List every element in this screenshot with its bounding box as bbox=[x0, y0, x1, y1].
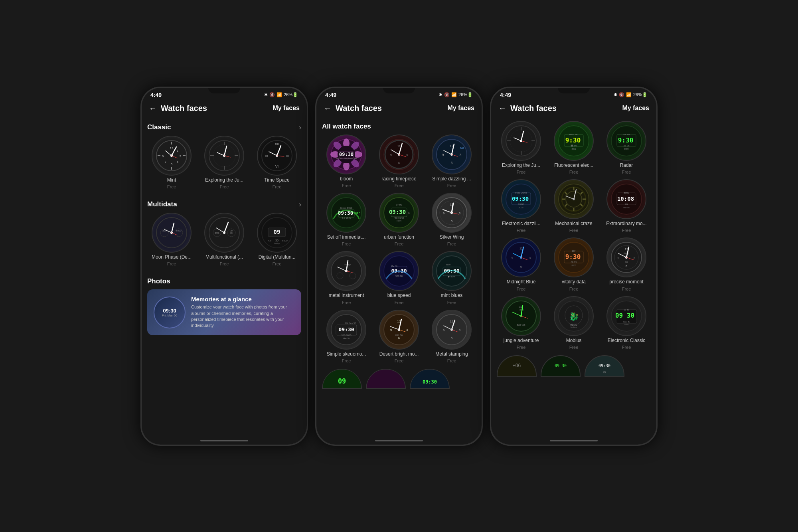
back-button-1[interactable]: ← bbox=[149, 104, 157, 113]
watch-face-simple-dazzle: 12 3 6 9 PAR bbox=[432, 134, 472, 174]
svg-text:FRI 06: FRI 06 bbox=[395, 334, 403, 336]
watch-item-desert[interactable]: 12 3 6 9 FRI 06 Desert bright mo... Free bbox=[375, 310, 423, 363]
svg-text:Steps 8000: Steps 8000 bbox=[340, 207, 353, 209]
svg-text:8000: 8000 bbox=[571, 148, 576, 150]
svg-text:8000: 8000 bbox=[624, 148, 628, 150]
watch-item-exploring-ju[interactable]: Exploring the Ju... Free bbox=[497, 121, 545, 174]
screen-content-1: Classic › bbox=[142, 118, 307, 437]
watch-item-digital[interactable]: 09 30 Friday AM 8000 Digital (Multifun..… bbox=[253, 213, 301, 266]
watch-item-mint[interactable]: 12 3 6 9 1 5 7 Mint Free bbox=[147, 136, 196, 189]
watch-item-multifunc[interactable]: 8000 30 89 Multifunctional (... Free bbox=[200, 213, 249, 266]
watch-item-urban[interactable]: 07:00 09:30 AM FRI 03/06 03/06 urban fun… bbox=[375, 193, 423, 246]
watch-label-urban: urban function bbox=[384, 234, 414, 240]
watch-item-setoff[interactable]: Steps 8000 09:30 SEC 5.0 25% Set off imm… bbox=[322, 193, 371, 246]
watch-sublabel-simple-dazzle: Free bbox=[447, 183, 456, 188]
watch-face-digital: 09 30 Friday AM 8000 bbox=[257, 213, 297, 253]
svg-text:12: 12 bbox=[397, 145, 401, 148]
svg-text:36  38: 36 38 bbox=[623, 144, 630, 147]
partial-phone3-3: 09:30 89 bbox=[585, 355, 624, 377]
svg-text:9: 9 bbox=[390, 154, 392, 156]
watch-item-exploring[interactable]: Exploring the Ju... Free bbox=[200, 136, 249, 189]
classic-title: Classic bbox=[147, 123, 171, 131]
svg-text:09:30: 09:30 bbox=[598, 364, 610, 368]
watch-sublabel-elec-classic: Free bbox=[622, 345, 631, 350]
header-title-3: Watch faces bbox=[510, 104, 557, 113]
watch-label-simple-dazzle: Simple dazzling ... bbox=[432, 176, 471, 182]
watch-sublabel-metal: Free bbox=[342, 300, 351, 305]
svg-text:5000  89: 5000 89 bbox=[623, 320, 630, 323]
watch-item-blue-speed[interactable]: Mar 06 09:30 300 80 blue speed Free bbox=[375, 251, 423, 305]
multidata-arrow[interactable]: › bbox=[299, 200, 301, 209]
my-faces-button-3[interactable]: My faces bbox=[622, 105, 649, 112]
svg-text:Mar30: Mar30 bbox=[349, 322, 356, 324]
back-button-3[interactable]: ← bbox=[498, 104, 506, 113]
svg-text:89  35: 89 35 bbox=[571, 261, 577, 263]
watch-item-silver[interactable]: 12 3 6 9 Silver Wing Free bbox=[427, 193, 476, 246]
watch-item-vitality[interactable]: 20° 9:30 89 35 8000 vitality data Free bbox=[549, 237, 598, 291]
svg-text:9: 9 bbox=[443, 212, 445, 215]
photos-section-header: Photos bbox=[147, 272, 301, 289]
app-header-3: ← Watch faces My faces bbox=[491, 100, 656, 118]
watch-item-bloom[interactable]: 09:30 WE 8 · FRI,MAR 06 bloom Free bbox=[322, 134, 371, 188]
watch-sublabel-exploring: Free bbox=[220, 184, 229, 189]
watch-label-exploring: Exploring the Ju... bbox=[205, 177, 243, 183]
watch-item-elec-dazzle[interactable]: 09:30 80% C9/06 03/06 8000 Electronic da… bbox=[497, 179, 545, 233]
watch-item-mobius[interactable]: 🐉 09:30 Mobius Mobius Free bbox=[549, 296, 598, 350]
watch-item-racing[interactable]: 12 3 6 9 racing timepiece Free bbox=[375, 134, 423, 188]
watch-item-jungle[interactable]: FRI 03/06 8000 +06 jungle adventure Free bbox=[497, 296, 545, 350]
svg-text:8000: 8000 bbox=[519, 206, 523, 209]
banner-text: Memories at a glance Customize your watc… bbox=[191, 296, 295, 329]
watch-item-simple-dazzle[interactable]: 12 3 6 9 PAR Simple dazzling ... Free bbox=[427, 134, 476, 188]
watch-label-precise: precise moment bbox=[609, 279, 643, 285]
svg-text:+06: +06 bbox=[513, 363, 521, 368]
watch-sublabel-simple-skeu: Free bbox=[342, 358, 351, 363]
watch-face-elec-dazzle: 09:30 80% C9/06 03/06 8000 bbox=[501, 179, 541, 219]
svg-text:1: 1 bbox=[177, 149, 178, 152]
partial-phone3-2: 09 30 bbox=[541, 355, 581, 377]
svg-text:09:30: 09:30 bbox=[389, 209, 406, 215]
my-faces-button-1[interactable]: My faces bbox=[273, 105, 300, 112]
watch-item-extraordinary[interactable]: 10:08 8000 89 Mar 06 Extraordinary mo...… bbox=[602, 179, 651, 233]
watch-item-simple-skeu[interactable]: 09 Mar30 09:30 300 8000 Mar 30 Simple sk… bbox=[322, 310, 371, 363]
watch-label-desert: Desert bright mo... bbox=[379, 351, 419, 357]
svg-text:WE 8 · FRI,MAR 06: WE 8 · FRI,MAR 06 bbox=[336, 157, 357, 160]
svg-text:3: 3 bbox=[459, 328, 461, 332]
back-button-2[interactable]: ← bbox=[324, 104, 332, 113]
watch-item-mech-craze[interactable]: Mechanical craze Free bbox=[549, 179, 598, 233]
watch-item-mint-blues[interactable]: 09:30 ▶ 80% 8000 mint blues Free bbox=[427, 251, 476, 305]
svg-text:Mobius: Mobius bbox=[571, 326, 577, 328]
watch-item-metal-stamp[interactable]: 12 3 6 9 Metal stamping Free bbox=[427, 310, 476, 363]
svg-text:300  80: 300 80 bbox=[395, 275, 403, 277]
watch-sublabel-exploring-ju: Free bbox=[517, 170, 526, 174]
classic-arrow[interactable]: › bbox=[299, 123, 301, 132]
watch-face-radar: 9:30 20° 09 36 38 8000 bbox=[606, 121, 646, 161]
watch-item-midnight[interactable]: 12 3 6 9 Midnight Blue Free bbox=[497, 237, 545, 291]
watch-item-radar[interactable]: 9:30 20° 09 36 38 8000 Radar Free bbox=[602, 121, 651, 174]
svg-text:09: 09 bbox=[345, 322, 348, 324]
app-header-1: ← Watch faces My faces bbox=[142, 100, 307, 118]
svg-text:VI: VI bbox=[275, 164, 279, 168]
watch-item-fluorescent[interactable]: 60% 26° 9:30 ☎ 89 8000 Fluorescent elec.… bbox=[549, 121, 598, 174]
watch-item-precise[interactable]: 12 3 6 9 20 8000 precise moment Free bbox=[602, 237, 651, 291]
svg-text:9:30: 9:30 bbox=[565, 136, 581, 144]
watch-label-fluorescent: Fluorescent elec... bbox=[554, 162, 593, 168]
watch-item-moon[interactable]: 300 8000 Moon Phase (De... Free bbox=[147, 213, 196, 266]
phone-1: 4:49 ✱🔇📶26%🔋 ← Watch faces My faces Clas… bbox=[140, 87, 308, 446]
header-title-1: Watch faces bbox=[161, 104, 207, 113]
svg-rect-162 bbox=[367, 369, 405, 388]
watch-item-metal[interactable]: Friday metal instrument Free bbox=[322, 251, 371, 305]
svg-text:3: 3 bbox=[529, 257, 531, 259]
svg-text:Mar 06: Mar 06 bbox=[391, 265, 397, 267]
photos-banner[interactable]: 09:30 Fri, Mar 06 Memories at a glance C… bbox=[147, 289, 301, 335]
svg-text:🐉: 🐉 bbox=[569, 312, 579, 321]
watch-item-timespace[interactable]: XII III VI IX Time Space Free bbox=[253, 136, 301, 189]
my-faces-button-2[interactable]: My faces bbox=[447, 105, 474, 112]
watch-sublabel-digital: Free bbox=[273, 261, 282, 266]
svg-text:60%  26°: 60% 26° bbox=[569, 133, 579, 136]
phone-2: 4:49 ✱🔇📶26%🔋 ← Watch faces My faces All … bbox=[315, 87, 483, 446]
svg-text:8000: 8000 bbox=[571, 264, 576, 267]
watch-face-mobius: 🐉 09:30 Mobius bbox=[554, 296, 594, 336]
watch-item-elec-classic[interactable]: 09 30 09 30 5000 89 8000 Electronic Clas… bbox=[602, 296, 651, 350]
svg-text:20°: 20° bbox=[572, 250, 576, 252]
svg-text:XII: XII bbox=[275, 142, 279, 146]
